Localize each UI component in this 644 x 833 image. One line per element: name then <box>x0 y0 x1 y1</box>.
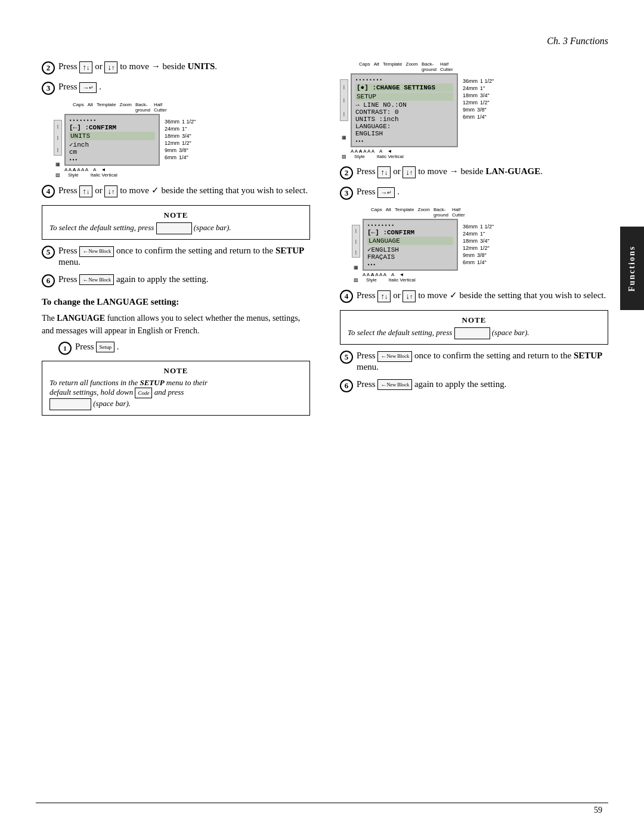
step-number-3: 3 <box>42 82 55 95</box>
newblock-key2-left[interactable]: ←New Block <box>79 274 114 285</box>
lcd-screen-3: Caps Alt Template Zoom Back-ground HalfC… <box>352 207 608 283</box>
main-content: 2 Press ↑↓ or ↓↑ to move → beside UNITS.… <box>42 61 608 422</box>
up-key2-right[interactable]: ↑↓ <box>377 290 391 302</box>
step-4-left: 4 Press ↑↓ or ↓↑ to move ✓ beside the se… <box>42 185 310 198</box>
step-5-content: Press ←New Block once to confirm the set… <box>58 246 310 267</box>
right-column: Caps Alt Template Zoom Back-ground HalfC… <box>334 61 608 422</box>
newblock-key2-right[interactable]: ←New Block <box>377 379 412 390</box>
up-key-left[interactable]: ↑↓ <box>79 61 92 73</box>
step-5-left: 5 Press ←New Block once to confirm the s… <box>42 246 310 267</box>
spacebar-key-2[interactable] <box>49 398 91 410</box>
step-number-2: 2 <box>42 61 55 75</box>
step-number-3r: 3 <box>340 187 353 200</box>
sub-step-number-1: 1 <box>58 342 72 355</box>
chapter-title: Ch. 3 Functions <box>547 36 608 46</box>
step-6-content: Press ←New Block again to apply the sett… <box>58 274 310 286</box>
language-body: The LANGUAGE function allows you to sele… <box>42 312 310 337</box>
code-key[interactable]: Code <box>135 388 152 398</box>
bottom-rule <box>36 803 608 803</box>
step2-or: or <box>95 61 103 71</box>
step-6-left: 6 Press ←New Block again to apply the se… <box>42 274 310 287</box>
note-title-2: NOTE <box>49 366 302 376</box>
note-text-3: To select the default setting, press (sp… <box>348 327 600 339</box>
step-2-content: Press ↑↓ or ↓↑ to move → beside UNITS. <box>58 61 310 73</box>
step-number-4: 4 <box>42 185 55 198</box>
step-6r-content: Press ←New Block again to apply the sett… <box>357 379 608 391</box>
newblock-key-left[interactable]: ←New Block <box>79 246 114 257</box>
step-4-content: Press ↑↓ or ↓↑ to move ✓ beside the sett… <box>58 185 310 197</box>
step-4-right: 4 Press ↑↓ or ↓↑ to move ✓ beside the se… <box>340 290 608 303</box>
down-key-right[interactable]: ↓↑ <box>402 166 416 178</box>
step-3-left: 3 Press →↵ . <box>42 82 310 95</box>
note-title-1: NOTE <box>49 210 302 220</box>
step-number-2r: 2 <box>340 166 353 179</box>
step-4r-content: Press ↑↓ or ↓↑ to move ✓ beside the sett… <box>357 290 608 302</box>
up-key2-left[interactable]: ↑↓ <box>79 185 92 197</box>
setup-key[interactable]: Setup <box>96 342 114 352</box>
note-box-3: NOTE To select the default setting, pres… <box>340 310 608 345</box>
step-number-5r: 5 <box>340 351 353 364</box>
step-2r-content: Press ↑↓ or ↓↑ to move → beside LAN-GUAG… <box>357 166 608 178</box>
up-key-right[interactable]: ↑↓ <box>377 166 391 178</box>
step-number-5: 5 <box>42 246 55 259</box>
step-3-right: 3 Press →↵ . <box>340 187 608 200</box>
enter-key-left[interactable]: →↵ <box>79 82 97 93</box>
sub-step-1: 1 Press Setup . <box>58 342 310 355</box>
newblock-key-right[interactable]: ←New Block <box>377 351 412 362</box>
lcd-screen-2: Caps Alt Template Zoom Back-ground HalfC… <box>340 61 608 159</box>
spacebar-key-1[interactable] <box>156 222 192 234</box>
chapter-header: Ch. 3 Functions <box>42 36 608 49</box>
down-key2-right[interactable]: ↓↑ <box>402 290 416 302</box>
step-number-6r: 6 <box>340 379 353 392</box>
step-2-right: 2 Press ↑↓ or ↓↑ to move → beside LAN-GU… <box>340 166 608 179</box>
step-3-content: Press →↵ . <box>58 82 310 93</box>
functions-tab: Functions <box>620 227 644 310</box>
left-column: 2 Press ↑↓ or ↓↑ to move → beside UNITS.… <box>42 61 316 422</box>
step-5-right: 5 Press ←New Block once to confirm the s… <box>340 351 608 372</box>
note-box-2: NOTE To return all functions in the SETU… <box>42 361 310 416</box>
spacebar-key-3[interactable] <box>454 327 490 339</box>
step-number-4r: 4 <box>340 290 353 303</box>
step-number-6: 6 <box>42 274 55 287</box>
lcd-screen-1: Caps Alt Template Zoom Back-ground HalfC… <box>54 102 310 178</box>
step-5r-content: Press ←New Block once to confirm the set… <box>357 351 608 372</box>
step2-text: to move → beside UNITS. <box>120 61 217 71</box>
down-key-left[interactable]: ↓↑ <box>104 61 117 73</box>
note-box-1: NOTE To select the default setting, pres… <box>42 205 310 240</box>
note-text-2: To return all functions in the SETUP men… <box>49 378 302 410</box>
note-title-3: NOTE <box>348 315 600 325</box>
enter-key-right[interactable]: →↵ <box>377 187 395 198</box>
step2-press: Press <box>58 61 78 71</box>
step-6-right: 6 Press ←New Block again to apply the se… <box>340 379 608 392</box>
step-2-left: 2 Press ↑↓ or ↓↑ to move → beside UNITS. <box>42 61 310 75</box>
language-heading: To change the LANGUAGE setting: <box>42 297 310 307</box>
page-number: 59 <box>594 806 602 815</box>
step3-press: Press <box>58 82 78 91</box>
down-key2-left[interactable]: ↓↑ <box>104 185 117 197</box>
note-text-1: To select the default setting, press (sp… <box>49 222 302 234</box>
step-3r-content: Press →↵ . <box>357 187 608 198</box>
page: Ch. 3 Functions 2 Press ↑↓ or ↓↑ to move… <box>0 0 644 833</box>
sub-step-1-content: Press Setup . <box>75 342 310 353</box>
